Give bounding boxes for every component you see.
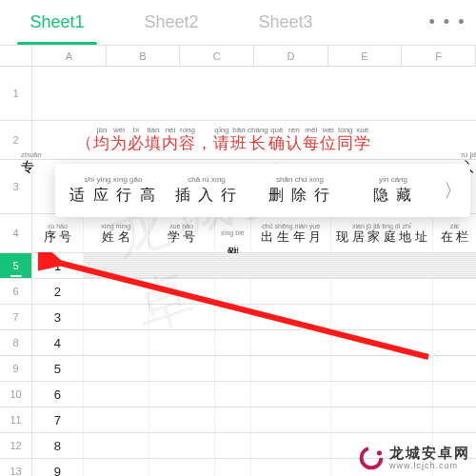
cell-11A[interactable]: 7 xyxy=(32,407,84,432)
cell-6-3[interactable] xyxy=(149,279,215,304)
cell-7-5[interactable] xyxy=(251,305,331,329)
cell-13-5[interactable] xyxy=(251,459,331,476)
row-8: 84 xyxy=(0,330,476,356)
hdr-birth[interactable]: chū shēng nián yuè出 生 年 月 xyxy=(251,214,331,252)
ctx-insert-row[interactable]: chā rù xíng插 入 行 xyxy=(160,175,253,206)
cell-10-6[interactable] xyxy=(331,382,433,407)
rowhead-12[interactable]: 12 xyxy=(0,433,32,458)
cell-7-7[interactable] xyxy=(433,305,476,329)
cell-7-3[interactable] xyxy=(149,305,215,329)
cell-7A[interactable]: 3 xyxy=(32,305,84,329)
cell-6-6[interactable] xyxy=(331,279,433,304)
cell-11-2[interactable] xyxy=(84,407,149,432)
col-D[interactable]: D xyxy=(254,46,328,66)
cell-12-3[interactable] xyxy=(149,433,215,458)
cell-8-3[interactable] xyxy=(149,330,215,355)
corner-cell[interactable] xyxy=(0,46,32,66)
cell-8-6[interactable] xyxy=(331,330,433,355)
col-F[interactable]: F xyxy=(402,46,476,66)
sheet-tabbar: Sheet1 Sheet2 Sheet3 • • • xyxy=(0,0,476,46)
rowhead-7[interactable]: 7 xyxy=(0,305,32,329)
rowhead-11[interactable]: 11 xyxy=(0,407,32,432)
cell-6-5[interactable] xyxy=(251,279,331,304)
cell-5-rest[interactable] xyxy=(84,253,476,278)
rowhead-10[interactable]: 10 xyxy=(0,382,32,407)
cell-11-7[interactable] xyxy=(433,407,476,432)
rowhead-4[interactable]: 4 xyxy=(0,214,32,252)
cell-6-7[interactable] xyxy=(433,279,476,304)
cell-12-2[interactable] xyxy=(84,433,149,458)
tab-sheet2[interactable]: Sheet2 xyxy=(114,0,228,45)
hdr-seq[interactable]: xù hào序 号 xyxy=(32,214,84,252)
cell-8-4[interactable] xyxy=(215,330,252,355)
col-E[interactable]: E xyxy=(328,46,403,66)
cell-11-3[interactable] xyxy=(149,407,215,432)
tab-sheet1[interactable]: Sheet1 xyxy=(0,0,114,45)
ctx-hide-row[interactable]: yǐn cáng隐 藏 xyxy=(347,175,440,206)
cell-12-5[interactable] xyxy=(251,433,331,458)
cell-9-4[interactable] xyxy=(215,356,252,381)
col-B[interactable]: B xyxy=(107,46,181,66)
cell-8-5[interactable] xyxy=(251,330,331,355)
cell-13-2[interactable] xyxy=(84,459,149,476)
tab-more-button[interactable]: • • • xyxy=(419,12,476,32)
watermark-url: www.lcjch.com xyxy=(389,461,458,470)
cell-7-4[interactable] xyxy=(215,305,252,329)
ctx-more-chevron[interactable]: 〉 xyxy=(440,178,466,204)
rowhead-8[interactable]: 8 xyxy=(0,330,32,355)
cell-2-merged[interactable]: （jūn均wéi为bì必tián填nèi内róng容，qǐng请bān班chán… xyxy=(32,121,476,159)
cell-8-2[interactable] xyxy=(84,330,149,355)
cell-11-6[interactable] xyxy=(331,407,433,432)
tab-sheet3[interactable]: Sheet3 xyxy=(228,0,343,45)
rowhead-1[interactable]: 1 xyxy=(0,67,32,120)
cell-13-3[interactable] xyxy=(149,459,215,476)
svg-point-2 xyxy=(377,450,382,455)
rowhead-6[interactable]: 6 xyxy=(0,279,32,304)
hdr-extra[interactable]: zài在 栏 xyxy=(433,214,476,252)
cell-10-2[interactable] xyxy=(84,382,149,407)
cell-8A[interactable]: 4 xyxy=(32,330,84,355)
row-6: 62 xyxy=(0,279,476,305)
cell-6-2[interactable] xyxy=(84,279,149,304)
cell-8-7[interactable] xyxy=(433,330,476,355)
hdr-id[interactable]: xué hào学 号 xyxy=(149,214,215,252)
cell-10-3[interactable] xyxy=(149,382,215,407)
cell-1[interactable] xyxy=(32,67,476,120)
cell-13A[interactable]: 9 xyxy=(32,459,84,476)
col-C[interactable]: C xyxy=(180,46,254,66)
cell-6A[interactable]: 2 xyxy=(32,279,84,304)
cell-7-6[interactable] xyxy=(331,305,433,329)
rowhead-5[interactable]: 5 xyxy=(0,253,32,278)
cell-12-4[interactable] xyxy=(215,433,252,458)
cell-9A[interactable]: 5 xyxy=(32,356,84,381)
dragon-logo-icon xyxy=(359,446,384,470)
site-watermark: 龙城安卓网 www.lcjch.com xyxy=(359,445,470,470)
cell-7-2[interactable] xyxy=(84,305,149,329)
row-7: 73 xyxy=(0,305,476,330)
ctx-autofit-row[interactable]: shì yìng xíng gāo适 应 行 高 xyxy=(67,175,160,206)
cell-9-3[interactable] xyxy=(149,356,215,381)
cell-6-4[interactable] xyxy=(215,279,252,304)
hdr-name[interactable]: xìng míng姓 名 xyxy=(84,214,149,252)
cell-10-5[interactable] xyxy=(251,382,331,407)
ctx-delete-row[interactable]: shān chú xíng删 除 行 xyxy=(253,175,347,206)
cell-12A[interactable]: 8 xyxy=(32,433,84,458)
cell-9-7[interactable] xyxy=(433,356,476,381)
notice-text: （jūn均wéi为bì必tián填nèi内róng容，qǐng请bān班chán… xyxy=(76,127,371,152)
cell-9-6[interactable] xyxy=(331,356,433,381)
row-5-selected: 5 1 xyxy=(0,253,476,279)
hdr-gender[interactable]: xìng bié性别 xyxy=(215,214,252,252)
cell-10-4[interactable] xyxy=(215,382,252,407)
cell-10A[interactable]: 6 xyxy=(32,382,84,407)
cell-5A[interactable]: 1 xyxy=(32,253,84,278)
col-A[interactable]: A xyxy=(32,46,107,66)
cell-9-5[interactable] xyxy=(251,356,331,381)
cell-11-4[interactable] xyxy=(215,407,252,432)
cell-10-7[interactable] xyxy=(433,382,476,407)
cell-11-5[interactable] xyxy=(251,407,331,432)
hdr-address[interactable]: xiàn jū jiā tíng dì zhǐ现 居 家 庭 地 址 xyxy=(331,214,433,252)
cell-13-4[interactable] xyxy=(215,459,252,476)
rowhead-9[interactable]: 9 xyxy=(0,356,32,381)
cell-9-2[interactable] xyxy=(84,356,149,381)
rowhead-13[interactable]: 13 xyxy=(0,459,32,476)
